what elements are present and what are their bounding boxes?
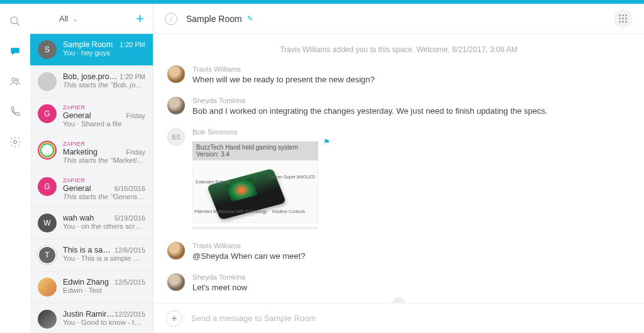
room-badge: ZAPIER [63, 104, 145, 111]
room-item[interactable]: W wah wah5/19/2016 You · on the others s… [30, 207, 153, 239]
room-item[interactable]: T This is a sample ro...12/6/2015 You · … [30, 239, 153, 271]
room-subtitle: You · on the others screen [63, 222, 145, 230]
room-timestamp: 12/5/2015 [114, 278, 145, 286]
svg-point-3 [16, 79, 18, 82]
room-badge: ZAPIER [63, 141, 145, 147]
call-icon[interactable] [9, 106, 21, 118]
chat-room-title: Sample Room [186, 14, 242, 24]
apps-menu-button[interactable] [614, 9, 633, 28]
room-subtitle: You · Shared a file [63, 120, 145, 128]
message: Travis Williams @Sheyda When can we meet… [167, 242, 630, 261]
flag-icon[interactable]: ⚑ [323, 138, 330, 146]
message-composer: + [153, 303, 644, 333]
avatar: G [38, 104, 57, 123]
message-text: @Sheyda When can we meet? [192, 251, 630, 261]
settings-icon[interactable] [9, 136, 21, 148]
avatar [38, 72, 57, 91]
room-item[interactable]: Justin Ramirez12/2/2015 You · Good to kn… [30, 303, 153, 333]
room-title: Marketing [63, 148, 97, 156]
room-title: This is a sample ro... [63, 246, 114, 254]
message-text: When will we be ready to present the new… [192, 75, 630, 84]
filter-label: All [59, 14, 68, 23]
avatar: BS [167, 128, 185, 146]
room-item[interactable]: G ZAPIER GeneralFriday You · Shared a fi… [30, 98, 153, 134]
attach-button[interactable]: + [166, 310, 182, 327]
room-timestamp: 6/16/2016 [114, 185, 145, 192]
callout-label: Extended Battery [196, 180, 230, 184]
attachment[interactable]: BuzzTech Hand held gaming system Version… [192, 141, 318, 229]
avatar [38, 310, 57, 329]
message-text: Let's meet now [192, 283, 630, 292]
message: Sheyda Tomkins Let's meet now [167, 273, 630, 292]
attachment-caption: BuzzTech Hand held gaming system Version… [192, 141, 318, 160]
room-subtitle: This starts the "General" spa... [63, 193, 145, 200]
room-subtitle: Edwin · Test [63, 287, 145, 294]
room-item[interactable]: ZAPIER MarketingFriday This starts the "… [30, 134, 153, 171]
chat-icon[interactable] [9, 45, 21, 58]
message-author: Bob Simmons [192, 128, 630, 136]
chat-header: i Sample Room ✎ [153, 4, 644, 34]
people-icon[interactable] [9, 75, 21, 88]
avatar: S [38, 40, 57, 59]
room-timestamp: 1:20 PM [119, 73, 145, 80]
add-room-button[interactable]: + [136, 12, 144, 26]
avatar [38, 141, 57, 160]
message-author: Sheyda Tomkins [192, 273, 630, 281]
room-item[interactable]: Bob, jose.proenca1:20 PM This starts the… [30, 66, 153, 98]
svg-point-0 [11, 17, 18, 24]
avatar [38, 278, 57, 297]
avatar [167, 242, 185, 259]
room-title: wah wah [63, 214, 94, 222]
message-author: Travis Williams [192, 242, 630, 249]
svg-line-1 [17, 23, 19, 26]
message: BS Bob Simmons BuzzTech Hand held gaming… [167, 128, 630, 229]
svg-point-2 [12, 78, 15, 81]
room-item[interactable]: G ZAPIER General6/16/2016 This starts th… [30, 171, 153, 207]
room-subtitle: You · hey guys [63, 49, 145, 57]
room-timestamp: Friday [126, 112, 145, 119]
chat-main: i Sample Room ✎ Travis Williams added yo… [153, 4, 644, 333]
callout-label: Screen Super AMOLED [269, 175, 315, 179]
scroll-down-button[interactable]: ⌄ [392, 297, 406, 303]
avatar: W [38, 214, 57, 232]
search-icon[interactable] [9, 15, 21, 28]
info-icon[interactable]: i [165, 13, 177, 25]
message-text: Bob and I worked on integrating the chan… [192, 106, 630, 116]
avatar [167, 97, 185, 114]
message-author: Sheyda Tomkins [192, 97, 630, 104]
attachment-image: Extended Battery Screen Super AMOLED Pat… [192, 160, 318, 223]
room-list: S Sample Room1:20 PM You · hey guys Bob,… [30, 34, 153, 333]
room-title: Justin Ramirez [63, 310, 114, 319]
svg-point-4 [14, 141, 17, 144]
room-subtitle: This starts the "Marketing" s... [63, 156, 145, 164]
message-input[interactable] [191, 314, 631, 323]
room-item[interactable]: Edwin Zhang12/5/2015 Edwin · Test [30, 271, 153, 303]
avatar [167, 273, 185, 291]
room-item-sample-room[interactable]: S Sample Room1:20 PM You · hey guys [30, 34, 153, 66]
room-subtitle: You · This is a simple messa... [63, 254, 145, 262]
edit-icon[interactable]: ✎ [247, 14, 253, 23]
system-message: Travis Williams added you to this space.… [167, 45, 630, 54]
avatar: G [38, 177, 57, 196]
attachment-version: Version: 3.4 [196, 151, 314, 158]
room-list-column: All ⌄ + S Sample Room1:20 PM You · hey g… [30, 4, 153, 333]
callout-label: Patented Multiphase IMR Technology [194, 209, 267, 214]
message-author: Travis Williams [192, 65, 630, 73]
avatar: T [38, 246, 57, 265]
chevron-down-icon: ⌄ [72, 14, 79, 23]
room-subtitle: This starts the "Bob, jose.pro... [63, 81, 145, 89]
attachment-progress [192, 227, 318, 229]
message: Travis Williams When will we be ready to… [167, 65, 630, 84]
nav-rail [0, 4, 30, 333]
room-title: Bob, jose.proenca [63, 72, 119, 81]
chat-scroll-area[interactable]: Travis Williams added you to this space.… [153, 34, 644, 303]
filter-dropdown[interactable]: All ⌄ [59, 14, 79, 23]
room-timestamp: 1:20 PM [119, 41, 145, 48]
room-title: General [63, 184, 91, 193]
message: Sheyda Tomkins Bob and I worked on integ… [167, 97, 630, 116]
room-timestamp: 12/2/2015 [114, 310, 145, 318]
room-title: Edwin Zhang [63, 278, 109, 287]
room-timestamp: Friday [126, 148, 145, 156]
attachment-title: BuzzTech Hand held gaming system [196, 144, 314, 151]
room-timestamp: 12/6/2015 [114, 246, 145, 254]
